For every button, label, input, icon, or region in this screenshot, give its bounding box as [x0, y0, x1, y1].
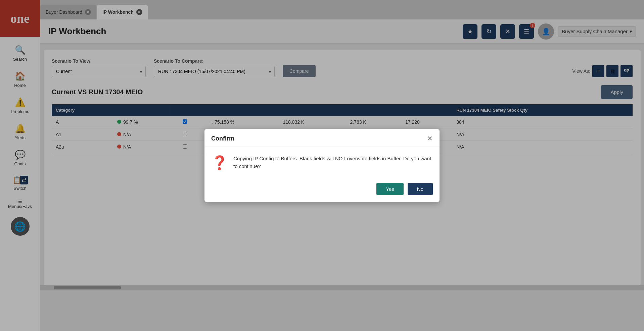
confirm-modal: Confirm ✕ ❓ Copying IP Config to Buffers…	[204, 129, 440, 202]
yes-button[interactable]: Yes	[376, 183, 403, 195]
modal-body: ❓ Copying IP Config to Buffers. Blank fi…	[204, 147, 440, 179]
modal-overlay: Confirm ✕ ❓ Copying IP Config to Buffers…	[0, 0, 644, 331]
modal-footer: Yes No	[204, 179, 440, 202]
confirm-icon: ❓	[211, 155, 228, 171]
modal-header: Confirm ✕	[204, 129, 440, 147]
no-button[interactable]: No	[408, 183, 433, 195]
modal-message: Copying IP Config to Buffers. Blank fiel…	[233, 155, 433, 170]
modal-title: Confirm	[211, 135, 234, 142]
modal-close-button[interactable]: ✕	[427, 134, 433, 143]
